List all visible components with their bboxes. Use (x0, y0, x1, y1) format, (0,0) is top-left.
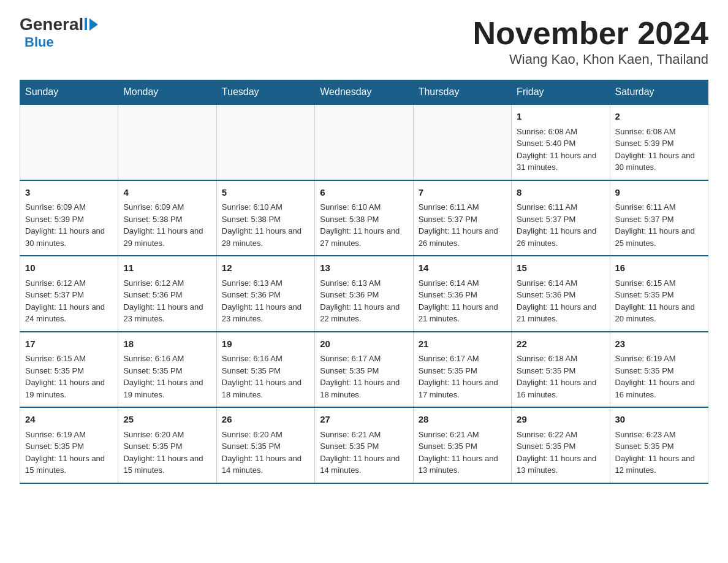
calendar-day-cell: 18Sunrise: 6:16 AMSunset: 5:35 PMDayligh… (118, 332, 216, 408)
day-number: 26 (222, 413, 309, 427)
calendar-day-cell (118, 104, 216, 180)
calendar-day-cell: 13Sunrise: 6:13 AMSunset: 5:36 PMDayligh… (315, 256, 413, 332)
calendar-day-cell: 22Sunrise: 6:18 AMSunset: 5:35 PMDayligh… (512, 332, 610, 408)
day-number: 19 (222, 337, 309, 351)
logo-arrow-icon (89, 18, 98, 31)
day-info: Sunrise: 6:18 AMSunset: 5:35 PMDaylight:… (517, 353, 604, 400)
page-subtitle: Wiang Kao, Khon Kaen, Thailand (473, 52, 708, 67)
calendar-day-cell: 4Sunrise: 6:09 AMSunset: 5:38 PMDaylight… (118, 180, 216, 256)
day-number: 16 (615, 261, 703, 275)
day-number: 22 (517, 337, 604, 351)
day-number: 1 (517, 110, 604, 124)
day-info: Sunrise: 6:09 AMSunset: 5:38 PMDaylight:… (123, 201, 211, 249)
calendar-day-cell: 14Sunrise: 6:14 AMSunset: 5:36 PMDayligh… (413, 256, 511, 332)
title-block: November 2024 Wiang Kao, Khon Kaen, Thai… (473, 15, 708, 67)
day-info: Sunrise: 6:21 AMSunset: 5:35 PMDaylight:… (320, 429, 408, 477)
day-info: Sunrise: 6:12 AMSunset: 5:36 PMDaylight:… (123, 277, 211, 325)
calendar-week-row: 3Sunrise: 6:09 AMSunset: 5:39 PMDaylight… (20, 180, 708, 256)
day-number: 6 (320, 186, 408, 200)
day-number: 10 (25, 261, 113, 275)
day-info: Sunrise: 6:14 AMSunset: 5:36 PMDaylight:… (419, 277, 506, 325)
calendar-week-row: 17Sunrise: 6:15 AMSunset: 5:35 PMDayligh… (20, 332, 708, 408)
day-info: Sunrise: 6:13 AMSunset: 5:36 PMDaylight:… (222, 277, 309, 325)
calendar-day-cell: 19Sunrise: 6:16 AMSunset: 5:35 PMDayligh… (216, 332, 314, 408)
day-number: 17 (25, 337, 113, 351)
day-info: Sunrise: 6:23 AMSunset: 5:35 PMDaylight:… (615, 429, 703, 477)
calendar-day-cell: 12Sunrise: 6:13 AMSunset: 5:36 PMDayligh… (216, 256, 314, 332)
calendar-week-row: 24Sunrise: 6:19 AMSunset: 5:35 PMDayligh… (20, 407, 708, 483)
day-number: 9 (615, 186, 703, 200)
day-number: 5 (222, 186, 309, 200)
calendar-day-cell: 30Sunrise: 6:23 AMSunset: 5:35 PMDayligh… (610, 407, 708, 483)
day-info: Sunrise: 6:22 AMSunset: 5:35 PMDaylight:… (517, 429, 604, 477)
day-number: 21 (419, 337, 506, 351)
calendar-day-cell: 2Sunrise: 6:08 AMSunset: 5:39 PMDaylight… (610, 104, 708, 180)
day-info: Sunrise: 6:19 AMSunset: 5:35 PMDaylight:… (615, 353, 703, 400)
day-of-week-header: Saturday (610, 80, 708, 105)
calendar-day-cell: 21Sunrise: 6:17 AMSunset: 5:35 PMDayligh… (413, 332, 511, 408)
day-of-week-header: Monday (118, 80, 216, 105)
calendar-day-cell: 6Sunrise: 6:10 AMSunset: 5:38 PMDaylight… (315, 180, 413, 256)
calendar-day-cell: 26Sunrise: 6:20 AMSunset: 5:35 PMDayligh… (216, 407, 314, 483)
day-info: Sunrise: 6:10 AMSunset: 5:38 PMDaylight:… (320, 201, 408, 249)
day-info: Sunrise: 6:17 AMSunset: 5:35 PMDaylight:… (419, 353, 506, 400)
day-number: 20 (320, 337, 408, 351)
calendar-day-cell: 24Sunrise: 6:19 AMSunset: 5:35 PMDayligh… (20, 407, 118, 483)
day-number: 14 (419, 261, 506, 275)
calendar-day-cell: 27Sunrise: 6:21 AMSunset: 5:35 PMDayligh… (315, 407, 413, 483)
calendar-day-cell (216, 104, 314, 180)
day-number: 8 (517, 186, 604, 200)
day-info: Sunrise: 6:21 AMSunset: 5:35 PMDaylight:… (419, 429, 506, 477)
calendar-day-cell: 3Sunrise: 6:09 AMSunset: 5:39 PMDaylight… (20, 180, 118, 256)
day-number: 30 (615, 413, 703, 427)
day-number: 25 (123, 413, 211, 427)
day-info: Sunrise: 6:14 AMSunset: 5:36 PMDaylight:… (517, 277, 604, 325)
calendar-header-row: SundayMondayTuesdayWednesdayThursdayFrid… (20, 80, 708, 105)
calendar-day-cell: 17Sunrise: 6:15 AMSunset: 5:35 PMDayligh… (20, 332, 118, 408)
day-info: Sunrise: 6:11 AMSunset: 5:37 PMDaylight:… (419, 201, 506, 249)
day-info: Sunrise: 6:11 AMSunset: 5:37 PMDaylight:… (517, 201, 604, 249)
day-number: 2 (615, 110, 703, 124)
day-number: 24 (25, 413, 113, 427)
day-number: 7 (419, 186, 506, 200)
calendar-day-cell: 20Sunrise: 6:17 AMSunset: 5:35 PMDayligh… (315, 332, 413, 408)
day-info: Sunrise: 6:08 AMSunset: 5:40 PMDaylight:… (517, 126, 604, 174)
calendar-day-cell: 16Sunrise: 6:15 AMSunset: 5:35 PMDayligh… (610, 256, 708, 332)
day-number: 29 (517, 413, 604, 427)
day-info: Sunrise: 6:15 AMSunset: 5:35 PMDaylight:… (25, 353, 113, 400)
logo: General l Blue (20, 15, 98, 50)
calendar-day-cell: 1Sunrise: 6:08 AMSunset: 5:40 PMDaylight… (512, 104, 610, 180)
calendar-day-cell: 7Sunrise: 6:11 AMSunset: 5:37 PMDaylight… (413, 180, 511, 256)
day-number: 3 (25, 186, 113, 200)
day-info: Sunrise: 6:12 AMSunset: 5:37 PMDaylight:… (25, 277, 113, 325)
calendar-day-cell (20, 104, 118, 180)
day-info: Sunrise: 6:10 AMSunset: 5:38 PMDaylight:… (222, 201, 309, 249)
logo-blue-text: l (83, 15, 88, 34)
day-number: 13 (320, 261, 408, 275)
calendar-day-cell: 15Sunrise: 6:14 AMSunset: 5:36 PMDayligh… (512, 256, 610, 332)
logo-blue-label: Blue (25, 34, 54, 50)
day-of-week-header: Wednesday (315, 80, 413, 105)
calendar-day-cell: 9Sunrise: 6:11 AMSunset: 5:37 PMDaylight… (610, 180, 708, 256)
day-number: 4 (123, 186, 211, 200)
day-info: Sunrise: 6:19 AMSunset: 5:35 PMDaylight:… (25, 429, 113, 477)
day-number: 23 (615, 337, 703, 351)
calendar-week-row: 10Sunrise: 6:12 AMSunset: 5:37 PMDayligh… (20, 256, 708, 332)
calendar-day-cell: 11Sunrise: 6:12 AMSunset: 5:36 PMDayligh… (118, 256, 216, 332)
day-number: 12 (222, 261, 309, 275)
day-info: Sunrise: 6:16 AMSunset: 5:35 PMDaylight:… (123, 353, 211, 400)
day-info: Sunrise: 6:17 AMSunset: 5:35 PMDaylight:… (320, 353, 408, 400)
day-info: Sunrise: 6:09 AMSunset: 5:39 PMDaylight:… (25, 201, 113, 249)
page-header: General l Blue November 2024 Wiang Kao, … (20, 15, 708, 67)
day-number: 18 (123, 337, 211, 351)
day-number: 28 (419, 413, 506, 427)
day-info: Sunrise: 6:20 AMSunset: 5:35 PMDaylight:… (123, 429, 211, 477)
calendar-day-cell (413, 104, 511, 180)
day-info: Sunrise: 6:13 AMSunset: 5:36 PMDaylight:… (320, 277, 408, 325)
day-number: 11 (123, 261, 211, 275)
calendar-day-cell: 8Sunrise: 6:11 AMSunset: 5:37 PMDaylight… (512, 180, 610, 256)
day-of-week-header: Tuesday (216, 80, 314, 105)
day-info: Sunrise: 6:20 AMSunset: 5:35 PMDaylight:… (222, 429, 309, 477)
day-of-week-header: Sunday (20, 80, 118, 105)
day-of-week-header: Friday (512, 80, 610, 105)
